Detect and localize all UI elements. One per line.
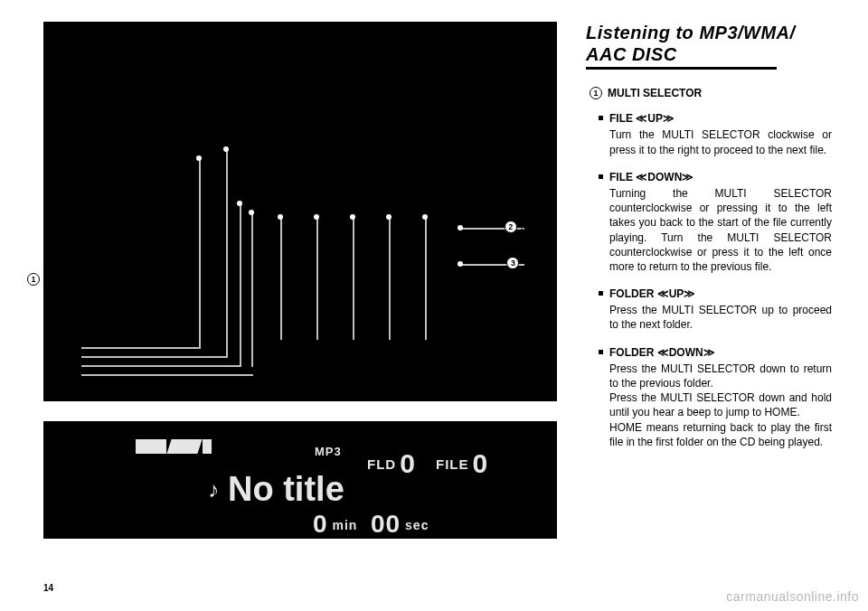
head-unit-diagram: 2 SCAN 3 TEXT: [43, 22, 557, 401]
instruction-list: FILE ≪UP≫ Turn the MULTI SELECTOR clockw…: [586, 111, 832, 449]
item-body: Press the MULTI SELECTOR up to proceed t…: [609, 303, 832, 332]
callout-label: TEXT: [523, 258, 546, 268]
diagram-lines: [45, 24, 555, 400]
cd-indicator: [136, 439, 212, 454]
folder-counter: FLD0: [367, 448, 416, 479]
item-body: Press the MULTI SELECTOR down to return …: [609, 362, 832, 449]
list-item: FOLDER ≪DOWN≫ Press the MULTI SELECTOR d…: [599, 345, 832, 449]
file-value: 0: [473, 448, 489, 478]
callout-number-icon: 1: [590, 87, 602, 99]
callout-number-icon: 2: [505, 221, 517, 233]
list-item: FOLDER ≪UP≫ Press the MULTI SELECTOR up …: [599, 287, 832, 333]
track-title: ♪ No title: [208, 470, 344, 509]
fld-value: 0: [400, 448, 416, 478]
list-item: FILE ≪UP≫ Turn the MULTI SELECTOR clockw…: [599, 111, 832, 157]
item-body: Turn the MULTI SELECTOR clockwise or pre…: [609, 127, 832, 156]
watermark: carmanualsonline.info: [726, 589, 859, 604]
item-head: FOLDER ≪UP≫: [609, 287, 832, 301]
callout-scan: 2 SCAN: [505, 221, 546, 233]
section-heading: Listening to MP3/WMA/ AAC DISC: [586, 22, 832, 70]
item-body: Turning the MULTI SELECTOR counterclockw…: [609, 186, 832, 274]
elapsed-time: 0 min 00 sec: [313, 510, 429, 539]
item-head: FILE ≪DOWN≫: [609, 170, 832, 184]
cd-icon: [136, 439, 212, 454]
file-label: FILE: [436, 456, 469, 472]
fld-label: FLD: [367, 456, 396, 472]
sec-label: sec: [405, 518, 429, 532]
selector-label: MULTI SELECTOR: [608, 86, 702, 100]
min-label: min: [332, 518, 357, 532]
sec-value: 00: [371, 510, 401, 538]
lcd-display: MP3 FLD0 FILE0 ♪ No title 0 min 00 sec: [43, 421, 557, 539]
section-title-line2: AAC DISC: [586, 43, 777, 70]
callout-text: 3 TEXT: [506, 257, 546, 269]
format-indicator: MP3: [315, 445, 342, 458]
item-head: FOLDER ≪DOWN≫: [609, 345, 832, 360]
title-text: No title: [228, 470, 344, 509]
left-column: 2 SCAN 3 TEXT 1 MP3 FLD0 FILE0: [43, 22, 557, 539]
callout-number-icon: 3: [506, 257, 519, 269]
callout-number-icon: 1: [27, 273, 40, 286]
section-title-line1: Listening to MP3/WMA/: [586, 23, 796, 42]
list-item: FILE ≪DOWN≫ Turning the MULTI SELECTOR c…: [599, 170, 832, 274]
selector-heading: 1 MULTI SELECTOR: [590, 86, 832, 100]
right-column: Listening to MP3/WMA/ AAC DISC 1 MULTI S…: [586, 22, 832, 462]
callout-multi-selector: 1: [27, 273, 40, 286]
music-note-icon: ♪: [208, 477, 219, 503]
callout-label: SCAN: [521, 222, 546, 232]
page-number: 14: [43, 583, 53, 593]
manual-page: 2 SCAN 3 TEXT 1 MP3 FLD0 FILE0: [0, 0, 868, 611]
file-counter: FILE0: [436, 448, 488, 479]
item-head: FILE ≪UP≫: [609, 111, 832, 126]
min-value: 0: [313, 510, 328, 538]
